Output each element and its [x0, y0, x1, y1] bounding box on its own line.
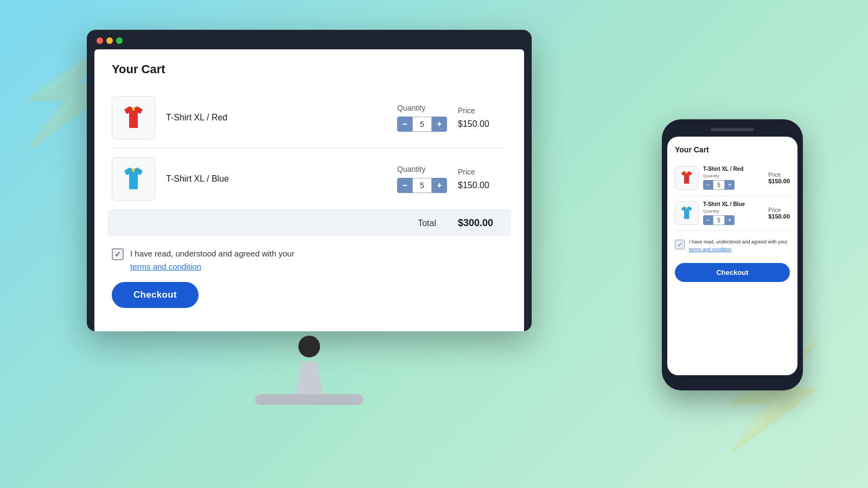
check-icon: ✓	[114, 250, 121, 259]
monitor-stand-neck	[290, 362, 328, 394]
mobile-item-details-2: T-Shirt XL / Blue Quantity − 5 +	[703, 201, 764, 225]
item-image-red	[112, 96, 155, 139]
mobile-item-image-blue	[675, 201, 699, 225]
qty-minus-button-1[interactable]: −	[397, 117, 412, 132]
mobile-price-group-2: Price $150.00	[768, 207, 790, 220]
mobile-terms-text: I have read, understood and agreed with …	[689, 239, 790, 253]
total-row: Total $300.00	[107, 210, 511, 236]
mobile-item-image-red	[675, 166, 699, 190]
qty-minus-button-2[interactable]: −	[397, 178, 412, 193]
mobile-qty-plus-1[interactable]: +	[725, 180, 735, 190]
item-price-group-2: Price $150.00	[458, 168, 507, 190]
item-name-1: T-Shirt XL / Red	[166, 113, 386, 123]
mobile-qty-label-2: Quantity	[703, 209, 764, 214]
window-dot-yellow	[106, 37, 113, 44]
mobile-item-name-2: T-Shirt XL / Blue	[703, 201, 764, 207]
desktop-mockup: Your Cart T-Shirt XL / Red Quantity −	[87, 30, 532, 405]
mobile-price-value-2: $150.00	[768, 213, 790, 220]
qty-value-2: 5	[412, 178, 432, 193]
mobile-qty-value-1: 5	[713, 180, 725, 190]
mobile-cart-title: Your Cart	[675, 145, 790, 154]
table-row: T-Shirt XL / Blue Quantity − 5 + Price $…	[112, 149, 507, 210]
mobile-table-row: T-Shirt XL / Blue Quantity − 5 + Price $…	[675, 196, 790, 231]
terms-text: I have read, understood and agreed with …	[130, 247, 295, 273]
mobile-mockup: Your Cart T-Shirt XL / Red Quantity − 5 …	[662, 119, 803, 390]
terms-prefix: I have read, understood and agreed with …	[130, 249, 295, 258]
total-label: Total	[418, 219, 436, 228]
mobile-item-name-1: T-Shirt XL / Red	[703, 166, 764, 172]
mobile-price-label-2: Price	[768, 207, 790, 213]
monitor-frame: Your Cart T-Shirt XL / Red Quantity −	[87, 30, 532, 331]
qty-plus-button-1[interactable]: +	[432, 117, 447, 132]
item-name-2: T-Shirt XL / Blue	[166, 174, 386, 184]
cart-title: Your Cart	[112, 62, 507, 76]
mobile-check-icon: ✓	[678, 241, 682, 248]
monitor-stand-base	[255, 394, 363, 405]
mobile-price-value-1: $150.00	[768, 178, 790, 184]
terms-row: ✓ I have read, understood and agreed wit…	[112, 247, 507, 273]
monitor-camera	[298, 336, 320, 357]
tshirt-blue-icon	[119, 164, 149, 194]
mobile-qty-minus-1[interactable]: −	[703, 180, 713, 190]
table-row: T-Shirt XL / Red Quantity − 5 + Price $1…	[112, 87, 507, 149]
total-value: $300.00	[458, 217, 507, 229]
item-quantity-group-2: Quantity − 5 +	[397, 165, 447, 193]
mobile-terms-link[interactable]: terms and condition	[689, 247, 732, 252]
mobile-terms-checkbox[interactable]: ✓	[675, 240, 685, 249]
qty-control-1: − 5 +	[397, 117, 447, 132]
mobile-qty-minus-2[interactable]: −	[703, 215, 713, 225]
checkout-button[interactable]: Checkout	[112, 282, 199, 308]
mobile-item-details-1: T-Shirt XL / Red Quantity − 5 +	[703, 166, 764, 190]
item-image-blue	[112, 157, 155, 201]
phone-screen: Your Cart T-Shirt XL / Red Quantity − 5 …	[667, 137, 797, 375]
item-quantity-group-1: Quantity − 5 +	[397, 104, 447, 132]
terms-checkbox[interactable]: ✓	[112, 248, 124, 260]
mobile-tshirt-blue-icon	[678, 204, 695, 222]
mobile-table-row: T-Shirt XL / Red Quantity − 5 + Price $1…	[675, 160, 790, 196]
qty-label-1: Quantity	[397, 104, 425, 112]
tshirt-red-icon	[119, 103, 149, 133]
phone-notch	[711, 128, 754, 131]
qty-value-1: 5	[412, 117, 432, 132]
mobile-price-group-1: Price $150.00	[768, 172, 790, 184]
mobile-qty-label-1: Quantity	[703, 174, 764, 178]
price-label-1: Price	[458, 106, 475, 115]
item-price-group-1: Price $150.00	[458, 106, 507, 129]
price-label-2: Price	[458, 168, 475, 176]
window-dot-green	[116, 37, 123, 44]
price-value-2: $150.00	[458, 181, 489, 190]
mobile-qty-value-2: 5	[713, 215, 725, 225]
window-dot-red	[97, 37, 103, 44]
monitor-screen: Your Cart T-Shirt XL / Red Quantity −	[94, 49, 524, 331]
mobile-price-label-1: Price	[768, 172, 790, 178]
mobile-checkout-button[interactable]: Checkout	[675, 263, 790, 282]
qty-plus-button-2[interactable]: +	[432, 178, 447, 193]
mobile-qty-control-1: − 5 +	[703, 180, 764, 190]
window-titlebar	[94, 37, 524, 44]
mobile-qty-control-2: − 5 +	[703, 215, 764, 225]
mobile-qty-plus-2[interactable]: +	[725, 215, 735, 225]
qty-control-2: − 5 +	[397, 178, 447, 193]
qty-label-2: Quantity	[397, 165, 425, 174]
mobile-terms-prefix: I have read, understood and agreed with …	[689, 239, 788, 245]
mobile-tshirt-red-icon	[678, 169, 695, 187]
terms-and-condition-link[interactable]: terms and condition	[130, 262, 201, 271]
price-value-1: $150.00	[458, 119, 489, 129]
phone-frame: Your Cart T-Shirt XL / Red Quantity − 5 …	[662, 119, 803, 390]
mobile-terms-row: ✓ I have read, understood and agreed wit…	[675, 239, 790, 253]
